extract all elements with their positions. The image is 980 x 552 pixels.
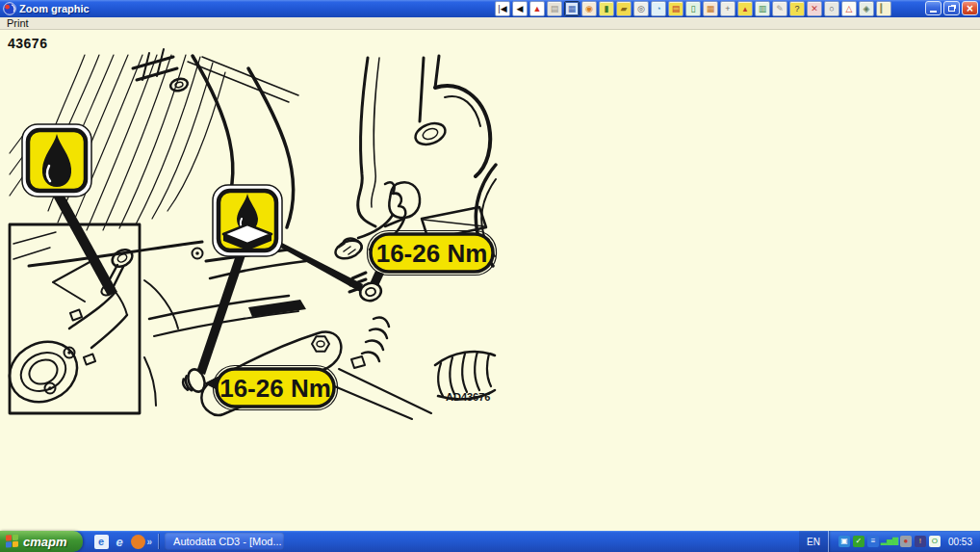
start-button[interactable]: старт [0, 531, 83, 552]
security-shield-icon[interactable]: ✓ [853, 536, 864, 547]
taskbar-separator [158, 534, 159, 549]
overflow-chevron[interactable]: » [147, 537, 153, 547]
oil-drop-icon [22, 124, 91, 197]
task-button-autodata[interactable]: Autodata CD3 - [Mod... [165, 533, 284, 550]
power-icon[interactable]: ! [915, 536, 926, 547]
autodata-logo-icon [3, 2, 16, 15]
taskbar: старт ee » Autodata CD3 - [Mod... EN ▣✓≡… [0, 531, 980, 552]
specs-icon[interactable]: ▤ [668, 1, 683, 16]
language-indicator[interactable]: EN [799, 531, 828, 552]
menubar: Print [0, 17, 980, 30]
diagnostics-icon[interactable]: ◔ [651, 1, 666, 16]
tray-panel: ▣✓≡▂▅▇●!O 00:53 [828, 531, 980, 552]
start-label: старт [23, 535, 67, 549]
window-title: Zoom graphic [19, 3, 90, 14]
clock: 00:53 [948, 537, 972, 547]
tractor-icon[interactable]: ▰ [616, 1, 632, 16]
globe-icon[interactable]: ◉ [581, 1, 597, 16]
nav-back-icon[interactable]: ◀ [512, 1, 528, 16]
tools-icon[interactable]: + [720, 1, 735, 16]
ie-document-icon[interactable]: e [94, 535, 109, 549]
system-tray: EN ▣✓≡▂▅▇●!O 00:53 [799, 531, 980, 552]
svg-text:16-26 Nm: 16-26 Nm [219, 374, 331, 403]
menu-print[interactable]: Print [0, 17, 36, 30]
print-preview-icon[interactable]: ▤ [547, 1, 562, 16]
content-area: 43676 [0, 30, 980, 531]
internet-explorer-icon[interactable]: e [113, 535, 127, 549]
gear-icon[interactable]: ○ [824, 1, 839, 16]
manual-icon[interactable]: ▯ [685, 1, 701, 16]
quickstart-icon[interactable]: O [929, 536, 941, 547]
task-button-label: Autodata CD3 - [Mod... [173, 536, 282, 547]
wheel-icon[interactable]: ◎ [633, 1, 649, 16]
quick-launch: ee [94, 535, 145, 549]
parts-grid-icon[interactable]: ▦ [703, 1, 718, 16]
figure-drawing: 16-26 Nm 16-26 Nm AD43676 [0, 30, 501, 454]
firefox-icon[interactable] [131, 535, 145, 549]
breakdown-icon[interactable]: ? [789, 1, 805, 16]
restore-button[interactable] [943, 1, 960, 15]
drawing-id: AD43676 [446, 391, 490, 403]
titlebar: Zoom graphic |◀◀▲▤▦◉▮▰◎◔▤▯▦+▴▥✎?✕○△◈▎ × [0, 0, 980, 17]
torque-label-bottom: 16-26 Nm [214, 366, 338, 410]
service-car-icon[interactable]: ▴ [737, 1, 753, 16]
torque-label-top: 16-26 Nm [368, 231, 497, 276]
zoom-graphic-icon[interactable]: ▦ [564, 1, 580, 16]
close-button[interactable]: × [962, 1, 978, 15]
messenger-icon[interactable]: ≡ [867, 536, 879, 547]
printer-icon[interactable]: ▥ [755, 1, 770, 16]
windows-flag-icon [6, 535, 19, 549]
titlebar-toolbar: |◀◀▲▤▦◉▮▰◎◔▤▯▦+▴▥✎?✕○△◈▎ [495, 1, 891, 16]
sealant-surface-icon [213, 185, 282, 256]
svg-text:16-26 Nm: 16-26 Nm [376, 239, 488, 268]
note-icon[interactable]: ▎ [876, 1, 891, 16]
window-controls: × [925, 1, 978, 15]
hazard-icon[interactable]: △ [841, 1, 857, 16]
app-blocks-icon[interactable]: ▣ [838, 536, 850, 547]
sketch-icon[interactable]: ✎ [772, 1, 787, 16]
nav-first-icon[interactable]: |◀ [495, 1, 510, 16]
engine-repair-icon[interactable]: ✕ [807, 1, 822, 16]
tray-icons: ▣✓≡▂▅▇●!O [838, 536, 941, 547]
signal-strength-icon[interactable]: ▂▅▇ [882, 536, 897, 547]
minimize-button[interactable] [925, 1, 941, 15]
warning-icon[interactable]: ▲ [529, 1, 545, 16]
car-icon[interactable]: ▮ [599, 1, 614, 16]
volume-icon[interactable]: ● [900, 536, 912, 547]
engine-parts-icon[interactable]: ◈ [859, 1, 874, 16]
